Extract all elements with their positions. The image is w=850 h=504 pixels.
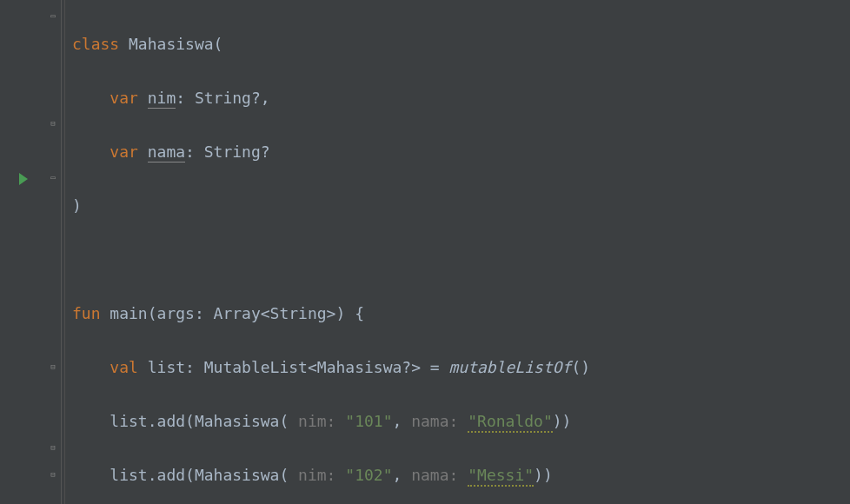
string-literal: "101"	[345, 412, 392, 430]
paren: ))	[534, 466, 553, 484]
paren: ()	[571, 358, 590, 376]
run-icon[interactable]	[19, 173, 28, 185]
code-line[interactable]: class Mahasiswa(	[72, 30, 590, 57]
code-line[interactable]: list.add(Mahasiswa( nim: "101", nama: "R…	[72, 408, 590, 434]
code-line[interactable]: var nama: String?	[72, 138, 590, 165]
var-name: list	[148, 358, 185, 376]
code-editor[interactable]: ▭ ⊟ ▭ ⊟ ⊟ ⊟ class Mahasiswa( var nim: St…	[0, 0, 850, 504]
paren: )	[72, 196, 82, 215]
fold-close-icon[interactable]: ⊟	[48, 118, 58, 129]
fold-open-icon[interactable]: ▭	[48, 172, 58, 182]
param-hint: nim:	[298, 466, 345, 484]
call-text: list.add(Mahasiswa(	[110, 466, 298, 484]
code-line[interactable]: fun main(args: Array<String>) {	[72, 300, 590, 327]
fold-close-icon[interactable]: ⊟	[48, 469, 58, 480]
keyword: var	[110, 89, 147, 107]
code-area[interactable]: class Mahasiswa( var nim: String?, var n…	[62, 0, 590, 504]
function-call: mutableListOf	[449, 358, 572, 376]
string-literal: "Ronaldo"	[468, 412, 553, 433]
param-hint: nim:	[298, 412, 345, 430]
param-hint: nama:	[411, 412, 468, 430]
keyword: var	[110, 143, 147, 161]
call-text: list.add(Mahasiswa(	[110, 412, 298, 430]
paren: (	[214, 35, 223, 53]
function-name: main	[110, 304, 147, 322]
code-line[interactable]: val list: MutableList<Mahasiswa?> = muta…	[72, 354, 590, 381]
param-hint: nama:	[411, 466, 468, 484]
code-line[interactable]: )	[72, 192, 590, 219]
type-text: : String?,	[176, 89, 269, 107]
class-name: Mahasiswa	[129, 35, 214, 53]
keyword: val	[110, 358, 147, 376]
fold-close-icon[interactable]: ⊟	[48, 442, 58, 453]
property: nim	[148, 89, 176, 109]
type-text: : MutableList<Mahasiswa?> =	[185, 358, 448, 376]
code-line[interactable]: var nim: String?,	[72, 84, 590, 111]
gutter: ▭ ⊟ ▭ ⊟ ⊟ ⊟	[0, 0, 62, 504]
type-text: : String?	[185, 143, 270, 161]
fold-open-icon[interactable]: ▭	[48, 10, 58, 21]
code-line[interactable]: list.add(Mahasiswa( nim: "102", nama: "M…	[72, 461, 590, 488]
string-literal: "Messi"	[468, 466, 534, 487]
code-line[interactable]	[72, 246, 590, 273]
fold-close-icon[interactable]: ⊟	[48, 361, 58, 372]
signature: (args: Array<String>) {	[148, 304, 364, 322]
keyword: class	[72, 35, 129, 53]
paren: ))	[553, 412, 572, 430]
keyword: fun	[72, 304, 110, 322]
indent-guide	[64, 0, 65, 504]
string-literal: "102"	[345, 466, 392, 484]
property: nama	[148, 143, 185, 162]
